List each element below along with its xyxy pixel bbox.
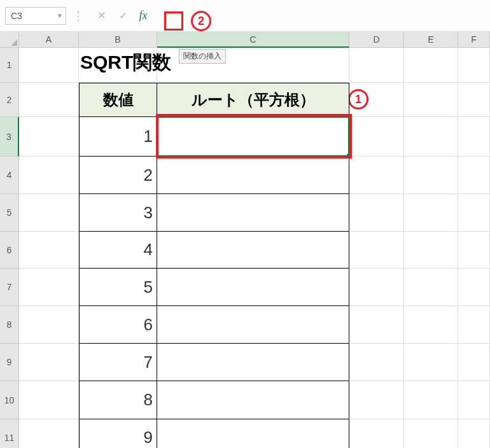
- data-cell-b8[interactable]: 6: [79, 305, 157, 344]
- row-header-3[interactable]: 3: [0, 117, 19, 157]
- name-box[interactable]: C3 ▼: [5, 7, 66, 25]
- cell-f6[interactable]: [458, 232, 490, 269]
- row-header-2[interactable]: 2: [0, 83, 19, 117]
- cell-e5[interactable]: [404, 194, 458, 232]
- cell-f4[interactable]: [458, 157, 490, 194]
- cell-e9[interactable]: [404, 344, 458, 381]
- cell-f7[interactable]: [458, 269, 490, 306]
- cell-d7[interactable]: [349, 269, 404, 306]
- spreadsheet-area: ABCDEF 123456789101112 SQRT関数 数値 ルート（平方根…: [0, 32, 490, 448]
- cell-a8[interactable]: [19, 306, 79, 344]
- cancel-icon: ✕: [97, 10, 106, 22]
- cell-d3[interactable]: [349, 117, 404, 157]
- cell-e10[interactable]: [404, 381, 458, 419]
- row-header-6[interactable]: 6: [0, 232, 19, 269]
- row-header-1[interactable]: 1: [0, 48, 19, 83]
- data-cell-b4[interactable]: 2: [79, 156, 157, 194]
- data-cell-c8[interactable]: [157, 305, 349, 344]
- data-cell-c6[interactable]: [157, 231, 349, 269]
- active-cell-handle[interactable]: [347, 154, 351, 158]
- cell-f10[interactable]: [458, 381, 490, 419]
- column-headers: ABCDEF: [19, 32, 490, 48]
- separator: ⋮: [73, 9, 84, 23]
- cell-a7[interactable]: [19, 269, 79, 306]
- data-cell-c9[interactable]: [157, 343, 349, 381]
- title-text: SQRT関数: [80, 52, 171, 73]
- cell-d11[interactable]: [349, 419, 404, 448]
- data-cell-b5[interactable]: 3: [79, 193, 157, 232]
- cell-e7[interactable]: [404, 269, 458, 306]
- cell-d8[interactable]: [349, 306, 404, 344]
- table-header-c[interactable]: ルート（平方根）: [157, 83, 349, 117]
- row-header-10[interactable]: 10: [0, 381, 19, 419]
- data-cell-c3[interactable]: [157, 116, 349, 157]
- name-box-value: C3: [11, 11, 22, 21]
- column-header-e[interactable]: E: [404, 32, 458, 48]
- cell-f9[interactable]: [458, 344, 490, 381]
- data-cell-b11[interactable]: 9: [79, 419, 157, 448]
- cell-d1[interactable]: [349, 48, 404, 83]
- row-header-8[interactable]: 8: [0, 306, 19, 344]
- cell-e6[interactable]: [404, 232, 458, 269]
- cell-a1[interactable]: [19, 48, 79, 83]
- cell-d5[interactable]: [349, 194, 404, 232]
- enter-formula-button[interactable]: ✓: [115, 8, 131, 24]
- cell-e11[interactable]: [404, 419, 458, 448]
- sheet-title: SQRT関数: [80, 50, 171, 76]
- cell-e4[interactable]: [404, 157, 458, 194]
- data-cell-c5[interactable]: [157, 193, 349, 232]
- cell-a11[interactable]: [19, 419, 79, 448]
- check-icon: ✓: [119, 10, 127, 22]
- cell-a3[interactable]: [19, 117, 79, 157]
- row-headers: 123456789101112: [0, 48, 19, 448]
- cell-f5[interactable]: [458, 194, 490, 232]
- cell-e3[interactable]: [404, 117, 458, 157]
- column-header-f[interactable]: F: [458, 32, 490, 48]
- cell-d9[interactable]: [349, 344, 404, 381]
- cell-a5[interactable]: [19, 194, 79, 232]
- header-b-label: 数値: [103, 90, 134, 110]
- chevron-down-icon[interactable]: ▼: [57, 12, 63, 19]
- cancel-formula-button[interactable]: ✕: [93, 8, 109, 24]
- column-header-a[interactable]: A: [19, 32, 79, 48]
- column-header-d[interactable]: D: [349, 32, 404, 48]
- data-cell-c10[interactable]: [157, 381, 349, 419]
- data-cell-b9[interactable]: 7: [79, 343, 157, 381]
- data-cell-b10[interactable]: 8: [79, 381, 157, 419]
- row-header-11[interactable]: 11: [0, 419, 19, 448]
- data-cell-c7[interactable]: [157, 268, 349, 306]
- cell-a2[interactable]: [19, 83, 79, 117]
- cell-f1[interactable]: [458, 48, 490, 83]
- insert-function-button[interactable]: fx: [134, 8, 153, 24]
- cell-e2[interactable]: [404, 83, 458, 117]
- row-header-7[interactable]: 7: [0, 269, 19, 306]
- column-header-c[interactable]: C: [157, 32, 349, 48]
- cell-d4[interactable]: [349, 157, 404, 194]
- cell-a6[interactable]: [19, 232, 79, 269]
- cell-f8[interactable]: [458, 306, 490, 344]
- cell-f2[interactable]: [458, 83, 490, 117]
- data-cell-c4[interactable]: [157, 156, 349, 194]
- data-cell-b7[interactable]: 5: [79, 268, 157, 306]
- table-header-b[interactable]: 数値: [79, 83, 157, 117]
- cell-a4[interactable]: [19, 157, 79, 194]
- column-header-b[interactable]: B: [79, 32, 157, 48]
- cell-d10[interactable]: [349, 381, 404, 419]
- cell-d6[interactable]: [349, 232, 404, 269]
- cell-a9[interactable]: [19, 344, 79, 381]
- fx-icon: fx: [139, 9, 148, 22]
- select-all-corner[interactable]: [0, 32, 19, 48]
- data-cell-b6[interactable]: 4: [79, 231, 157, 269]
- cell-f3[interactable]: [458, 117, 490, 157]
- cell-e1[interactable]: [404, 48, 458, 83]
- data-cell-b3[interactable]: 1: [79, 116, 157, 157]
- cell-d2[interactable]: [349, 83, 404, 117]
- cell-e8[interactable]: [404, 306, 458, 344]
- row-header-4[interactable]: 4: [0, 157, 19, 194]
- cell-f11[interactable]: [458, 419, 490, 448]
- formula-bar: C3 ▼ ⋮ ✕ ✓ fx: [0, 0, 490, 32]
- data-cell-c11[interactable]: [157, 419, 349, 448]
- row-header-5[interactable]: 5: [0, 194, 19, 232]
- row-header-9[interactable]: 9: [0, 344, 19, 381]
- cell-a10[interactable]: [19, 381, 79, 419]
